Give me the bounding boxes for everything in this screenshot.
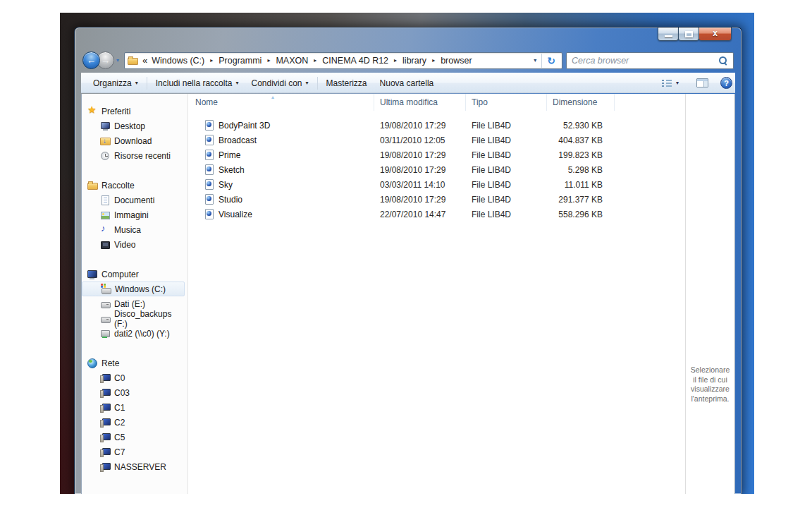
- preview-pane-button[interactable]: [694, 76, 710, 90]
- sidebar-item-c1[interactable]: C1: [82, 400, 185, 415]
- window-controls: [658, 28, 732, 41]
- sidebar-item-nasserver[interactable]: NASSERVER: [82, 459, 185, 474]
- file-name: Sky: [219, 180, 233, 190]
- sidebar-item-c5[interactable]: C5: [82, 430, 185, 445]
- sidebar-item-label: Musica: [114, 225, 141, 235]
- file-name-cell: Sketch: [188, 164, 374, 175]
- toolbar-item-label: Organizza: [93, 78, 132, 88]
- sidebar-item-video[interactable]: Video: [82, 237, 185, 252]
- file-modified-cell: 19/08/2010 17:29: [374, 150, 466, 160]
- file-row-visualize[interactable]: Visualize 22/07/2010 14:47 File LIB4D 55…: [188, 207, 685, 222]
- column-header-tipo[interactable]: Tipo: [466, 94, 547, 111]
- column-header-nome[interactable]: Nome: [188, 94, 374, 111]
- breadcrumb-item-maxon[interactable]: MAXON: [275, 54, 309, 67]
- file-row-bodypaint-3d[interactable]: BodyPaint 3D 19/08/2010 17:29 File LIB4D…: [188, 118, 685, 133]
- navigation-bar: « Windows (C:) Programmi MAXON CINEMA 4D…: [82, 51, 734, 70]
- sidebar-section-label: Preferiti: [102, 107, 130, 116]
- sidebar-item-windows-c[interactable]: Windows (C:): [82, 282, 185, 296]
- command-toolbar: Organizza Includi nella raccolta Condivi…: [81, 73, 735, 93]
- libraries-icon: [87, 180, 98, 190]
- preview-pane-icon: [696, 78, 708, 87]
- column-header-ultima-modifica[interactable]: Ultima modifica: [374, 94, 466, 111]
- breadcrumb-separator-icon: [427, 57, 440, 64]
- sidebar-item-c03[interactable]: C03: [82, 385, 185, 400]
- documents-icon: [100, 195, 111, 205]
- refresh-icon[interactable]: [542, 55, 560, 66]
- breadcrumb-item-browser[interactable]: browser: [440, 54, 472, 67]
- sidebar-item-label: Desktop: [114, 121, 145, 131]
- file-modified-cell: 19/08/2010 17:29: [374, 165, 466, 175]
- file-size-cell: 199.823 KB: [547, 150, 615, 160]
- sidebar-section-raccolte: Raccolte Documenti Immagini Musica: [82, 178, 187, 252]
- breadcrumb-item-library[interactable]: library: [402, 54, 427, 67]
- file-type-cell: File LIB4D: [466, 150, 547, 160]
- address-history-chevron-icon[interactable]: [529, 57, 541, 64]
- sidebar-item-label: C03: [114, 388, 130, 398]
- sidebar-item-download[interactable]: Download: [82, 133, 185, 148]
- toolbar-divider: [147, 77, 147, 90]
- videos-icon: [100, 239, 111, 250]
- file-modified-cell: 22/07/2010 14:47: [374, 210, 466, 219]
- sidebar-item-documenti[interactable]: Documenti: [82, 193, 185, 207]
- explorer-content: Preferiti Desktop Download Risorse recen…: [81, 94, 735, 494]
- back-button[interactable]: [82, 52, 100, 69]
- file-row-sketch[interactable]: Sketch 19/08/2010 17:29 File LIB4D 5.298…: [188, 162, 685, 177]
- desktop-wallpaper: « Windows (C:) Programmi MAXON CINEMA 4D…: [60, 13, 754, 494]
- network-computer-icon: [100, 373, 111, 383]
- breadcrumb-separator-icon: [389, 57, 402, 64]
- file-type-cell: File LIB4D: [466, 121, 547, 131]
- sidebar-item-c2[interactable]: C2: [82, 415, 185, 430]
- sidebar-item-c0[interactable]: C0: [82, 370, 185, 385]
- sidebar-item-c7[interactable]: C7: [82, 445, 185, 459]
- file-name: Prime: [219, 150, 240, 160]
- breadcrumb-item-cinema4d[interactable]: CINEMA 4D R12: [321, 54, 389, 67]
- toolbar-masterizza[interactable]: Masterizza: [320, 75, 374, 91]
- sidebar-item-desktop[interactable]: Desktop: [82, 119, 185, 133]
- breadcrumb-item-windows-c[interactable]: Windows (C:): [151, 54, 205, 67]
- sidebar-header-preferiti[interactable]: Preferiti: [82, 104, 187, 119]
- sidebar-header-computer[interactable]: Computer: [82, 267, 187, 282]
- address-bar[interactable]: « Windows (C:) Programmi MAXON CINEMA 4D…: [124, 52, 562, 69]
- file-rows: BodyPaint 3D 19/08/2010 17:29 File LIB4D…: [188, 118, 685, 222]
- breadcrumb-item-programmi[interactable]: Programmi: [218, 54, 262, 67]
- change-view-button[interactable]: [658, 76, 683, 90]
- toolbar-condividi-con[interactable]: Condividi con: [245, 75, 314, 91]
- toolbar-nuova-cartella[interactable]: Nuova cartella: [374, 75, 441, 91]
- breadcrumb-separator-icon: [309, 57, 321, 64]
- sidebar-header-raccolte[interactable]: Raccolte: [82, 178, 187, 193]
- sidebar-item-dati2-y[interactable]: dati2 (\\c0) (Y:): [82, 326, 185, 341]
- file-name-cell: Studio: [188, 194, 374, 205]
- file-row-studio[interactable]: Studio 19/08/2010 17:29 File LIB4D 291.3…: [188, 192, 685, 207]
- file-modified-cell: 03/11/2010 12:05: [374, 135, 466, 145]
- lib4d-file-icon: [204, 179, 214, 190]
- sidebar-item-musica[interactable]: Musica: [82, 222, 185, 237]
- maximize-button[interactable]: [678, 28, 699, 41]
- file-row-broadcast[interactable]: Broadcast 03/11/2010 12:05 File LIB4D 40…: [188, 133, 685, 147]
- close-button[interactable]: [699, 28, 732, 41]
- recent-pages-chevron-icon[interactable]: [114, 57, 122, 64]
- network-computer-icon: [100, 432, 111, 442]
- sidebar-header-rete[interactable]: Rete: [82, 356, 187, 370]
- toolbar-includi-nella-raccolta[interactable]: Includi nella raccolta: [149, 75, 245, 91]
- sidebar-item-risorse-recenti[interactable]: Risorse recenti: [82, 148, 185, 163]
- minimize-button[interactable]: [658, 28, 679, 41]
- breadcrumb-overflow[interactable]: «: [140, 55, 151, 66]
- file-row-sky[interactable]: Sky 03/03/2011 14:10 File LIB4D 11.011 K…: [188, 177, 685, 192]
- file-type-cell: File LIB4D: [466, 180, 547, 190]
- sidebar-item-immagini[interactable]: Immagini: [82, 207, 185, 222]
- toolbar-organizza[interactable]: Organizza: [87, 75, 144, 91]
- minimize-icon: [665, 35, 672, 37]
- sidebar-item-disco-backups-f[interactable]: Disco_backups (F:): [82, 311, 185, 326]
- system-drive-icon: [101, 284, 111, 294]
- desktop-icon: [100, 121, 111, 131]
- search-box[interactable]: Cerca browser: [566, 52, 734, 69]
- close-icon: [699, 28, 731, 38]
- explorer-window: « Windows (C:) Programmi MAXON CINEMA 4D…: [74, 27, 742, 494]
- lib4d-file-icon: [204, 194, 214, 205]
- file-name-cell: Broadcast: [188, 135, 374, 145]
- sort-ascending-icon: [271, 94, 274, 100]
- sidebar-item-label: dati2 (\\c0) (Y:): [114, 329, 170, 339]
- file-row-prime[interactable]: Prime 19/08/2010 17:29 File LIB4D 199.82…: [188, 147, 685, 162]
- help-button[interactable]: [720, 77, 732, 89]
- column-header-dimensione[interactable]: Dimensione: [547, 94, 615, 111]
